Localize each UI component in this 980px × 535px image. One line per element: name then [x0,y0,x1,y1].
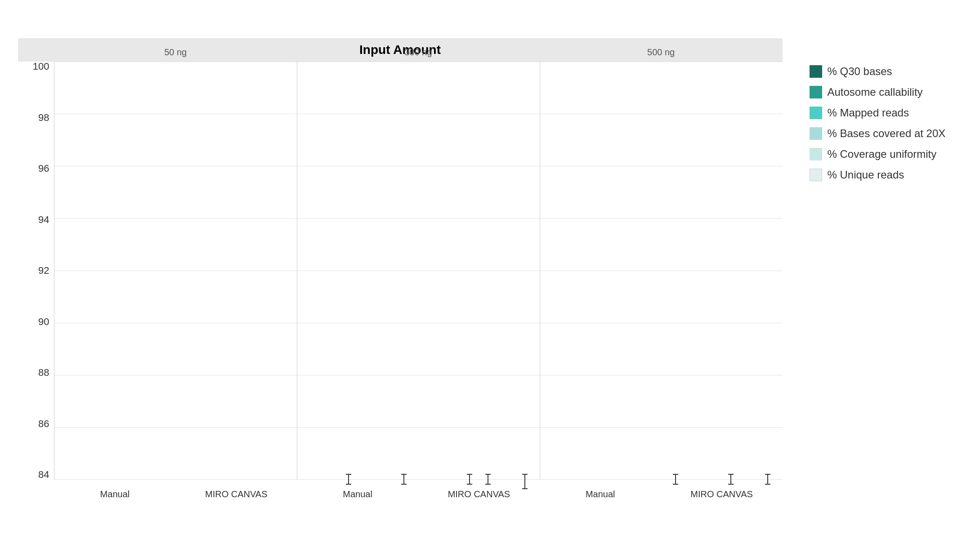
section-divider-2 [540,62,540,479]
y-label-92: 92 [38,266,49,276]
x-labels: Manual MIRO CANVAS Manual MIRO CANVAS Ma… [54,489,783,499]
error-bar-5-3 [728,474,734,485]
error-bar-5-0 [673,474,678,485]
group-label-50ng: 50 ng [164,47,187,58]
legend-swatch-bases20x [810,127,822,140]
x-label-manual-300: Manual [297,489,418,499]
legend-item-bases20x: % Bases covered at 20X [810,127,962,140]
y-label-90: 90 [38,317,49,327]
y-axis: 100 98 96 94 92 90 88 86 84 [18,62,54,502]
y-label-100: 100 [33,62,49,71]
y-label-98: 98 [38,113,49,123]
legend-item-coverage: % Coverage uniformity [810,148,962,160]
section-divider-1 [297,62,297,479]
grid-line-90 [54,323,783,323]
error-bar-3-2 [467,474,472,485]
legend-label-q30: % Q30 bases [828,65,892,78]
legend-item-q30: % Q30 bases [810,65,962,78]
grid-line-86 [54,427,783,428]
legend-item-autosome: Autosome callability [810,86,962,98]
y-label-96: 96 [38,164,49,174]
legend-item-unique: % Unique reads [810,169,962,181]
legend-label-coverage: % Coverage uniformity [828,148,937,160]
legend-swatch-q30 [810,65,822,78]
legend: % Q30 bases Autosome callability % Mappe… [810,38,962,181]
error-bar-2-2 [346,474,351,485]
x-label-miro-50: MIRO CANVAS [175,489,297,499]
plot-area: 50 ng 300 ng 500 ng Manual MIRO CANVAS M… [54,62,783,480]
y-label-88: 88 [38,368,49,378]
x-label-manual-500: Manual [540,489,661,499]
y-label-86: 86 [38,419,49,429]
x-label-miro-500: MIRO CANVAS [661,489,783,499]
legend-label-bases20x: % Bases covered at 20X [828,127,946,140]
legend-item-mapped: % Mapped reads [810,107,962,119]
legend-label-mapped: % Mapped reads [828,107,909,119]
grid-line-96 [54,166,783,166]
error-bar-3-3 [485,474,491,485]
legend-swatch-autosome [810,86,822,98]
grid-line-100 [54,62,783,62]
grid-line-98 [54,114,783,114]
error-bar-3-5 [522,474,528,489]
legend-swatch-mapped [810,107,822,119]
error-bar-2-5 [401,474,407,485]
legend-label-unique: % Unique reads [828,169,904,181]
error-bar-5-5 [765,474,770,485]
grid-line-92 [54,271,783,271]
legend-label-autosome: Autosome callability [828,86,923,98]
y-label-94: 94 [38,215,49,225]
x-label-miro-300: MIRO CANVAS [418,489,540,499]
group-label-500ng: 500 ng [647,47,675,58]
group-label-300ng: 300 ng [404,47,432,58]
grid-line-94 [54,218,783,218]
legend-swatch-unique [810,169,822,181]
chart-wrapper: Input Amount 100 98 96 94 92 90 88 86 84 [18,20,962,515]
grid-line-88 [54,375,783,375]
legend-swatch-coverage [810,148,822,160]
y-label-84: 84 [38,470,49,480]
x-label-manual-50: Manual [54,489,176,499]
chart-area: Input Amount 100 98 96 94 92 90 88 86 84 [18,38,783,497]
